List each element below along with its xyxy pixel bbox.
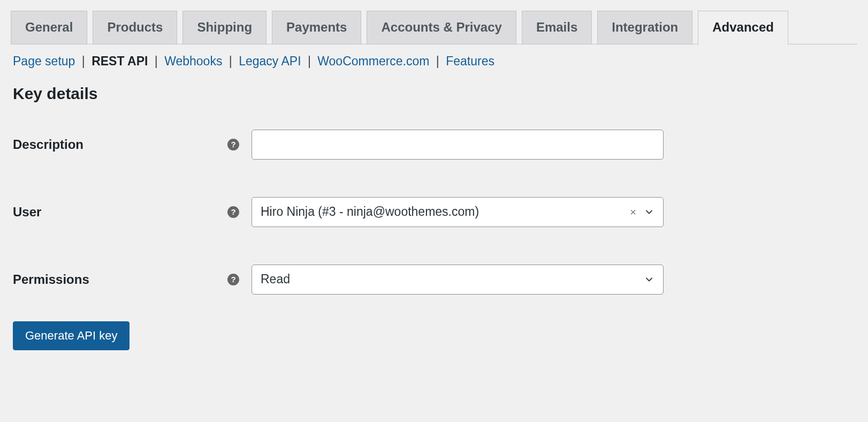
user-select[interactable]: Hiro Ninja (#3 - ninja@woothemes.com) ×	[252, 197, 664, 227]
tab-general[interactable]: General	[11, 11, 87, 44]
generate-api-key-button[interactable]: Generate API key	[13, 321, 130, 350]
tab-emails[interactable]: Emails	[522, 11, 592, 44]
primary-tabs: General Products Shipping Payments Accou…	[11, 11, 857, 44]
subtab-features[interactable]: Features	[446, 54, 494, 68]
clear-icon[interactable]: ×	[630, 207, 636, 217]
sub-nav: Page setup | REST API | Webhooks | Legac…	[13, 54, 857, 69]
section-title: Key details	[13, 85, 857, 103]
help-icon[interactable]: ?	[227, 274, 239, 285]
row-description: Description ?	[11, 130, 857, 160]
user-select-value: Hiro Ninja (#3 - ninja@woothemes.com)	[261, 205, 630, 219]
row-user: User ? Hiro Ninja (#3 - ninja@woothemes.…	[11, 197, 857, 227]
tab-products[interactable]: Products	[93, 11, 177, 44]
description-input[interactable]	[252, 130, 664, 160]
row-permissions: Permissions ? Read	[11, 265, 857, 295]
subtab-legacy-api[interactable]: Legacy API	[239, 54, 301, 68]
subtab-rest-api[interactable]: REST API	[92, 54, 148, 68]
help-icon[interactable]: ?	[227, 206, 239, 218]
tab-advanced[interactable]: Advanced	[698, 11, 788, 44]
label-user: User	[11, 205, 227, 220]
help-icon[interactable]: ?	[227, 139, 239, 150]
tab-accounts-privacy[interactable]: Accounts & Privacy	[367, 11, 516, 44]
label-permissions: Permissions	[11, 272, 227, 287]
chevron-down-icon	[644, 207, 654, 217]
permissions-select[interactable]: Read	[252, 265, 664, 295]
separator: |	[151, 54, 161, 68]
tab-shipping[interactable]: Shipping	[182, 11, 267, 44]
separator: |	[304, 54, 314, 68]
separator: |	[79, 54, 88, 68]
tab-integration[interactable]: Integration	[597, 11, 692, 44]
label-description: Description	[11, 137, 227, 152]
separator: |	[226, 54, 235, 68]
separator: |	[433, 54, 443, 68]
subtab-webhooks[interactable]: Webhooks	[164, 54, 222, 68]
permissions-select-value: Read	[261, 272, 644, 287]
subtab-page-setup[interactable]: Page setup	[13, 54, 75, 68]
tab-payments[interactable]: Payments	[272, 11, 361, 44]
chevron-down-icon	[644, 274, 654, 285]
subtab-woocommerce-com[interactable]: WooCommerce.com	[317, 54, 429, 68]
